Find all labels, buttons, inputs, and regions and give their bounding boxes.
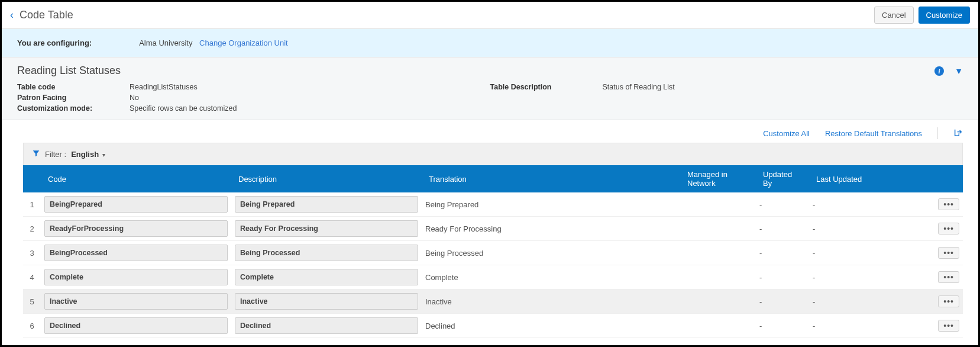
col-translation[interactable]: Translation: [422, 165, 680, 192]
description-input[interactable]: [235, 317, 418, 334]
col-code[interactable]: Code: [41, 165, 231, 192]
translation-cell: Ready For Processing: [422, 217, 680, 241]
translation-cell: Declined: [422, 314, 680, 338]
customize-all-link[interactable]: Customize All: [763, 129, 810, 138]
meta-table-code-label: Table code: [17, 83, 130, 91]
code-table: Code Description Translation Managed in …: [23, 165, 963, 338]
table-row: 5Inactive--•••: [23, 290, 963, 314]
code-input[interactable]: [44, 269, 228, 285]
config-org-wrap: Alma University Change Organization Unit: [139, 38, 288, 47]
meta-table-code-value: ReadingListStatuses: [130, 83, 490, 91]
row-number: 3: [23, 241, 41, 265]
meta-patron-facing-label: Patron Facing: [17, 94, 130, 102]
row-more-button[interactable]: •••: [938, 271, 959, 283]
filter-row: Filter : English ▾: [23, 143, 963, 165]
customize-button[interactable]: Customize: [918, 7, 970, 24]
meta-customization-mode-label: Customization mode:: [17, 104, 130, 113]
back-chevron-icon[interactable]: ‹: [10, 9, 14, 21]
translation-cell: Inactive: [422, 290, 680, 314]
config-banner: You are configuring: Alma University Cha…: [2, 29, 978, 57]
col-description[interactable]: Description: [231, 165, 422, 192]
row-more-button[interactable]: •••: [938, 295, 959, 307]
updated-by-cell: -: [756, 217, 809, 241]
row-number: 4: [23, 265, 41, 290]
description-cell: [231, 241, 422, 265]
filter-label: Filter :: [45, 150, 66, 159]
managed-cell: [680, 290, 756, 314]
row-more-button[interactable]: •••: [938, 223, 959, 234]
section-icons: i ▼: [934, 66, 963, 76]
row-actions-cell: •••: [921, 265, 963, 290]
info-icon[interactable]: i: [934, 66, 944, 76]
updated-by-cell: -: [756, 314, 809, 338]
config-org-value: Alma University: [139, 38, 192, 47]
filter-value: English: [71, 150, 99, 159]
managed-cell: [680, 217, 756, 241]
section-title: Reading List Statuses: [17, 65, 121, 77]
row-actions-cell: •••: [921, 314, 963, 338]
filter-icon[interactable]: [32, 149, 40, 159]
description-input[interactable]: [235, 196, 418, 213]
code-cell: [41, 241, 231, 265]
code-cell: [41, 314, 231, 338]
row-more-button[interactable]: •••: [938, 247, 959, 259]
header-left: ‹ Code Table: [10, 9, 73, 21]
code-cell: [41, 217, 231, 241]
translation-cell: Being Processed: [422, 241, 680, 265]
last-updated-cell: -: [809, 192, 921, 217]
table-row: 4Complete--•••: [23, 265, 963, 290]
description-cell: [231, 314, 422, 338]
col-updated-by[interactable]: Updated By: [756, 165, 809, 192]
restore-defaults-link[interactable]: Restore Default Translations: [825, 129, 922, 138]
description-input[interactable]: [235, 245, 418, 261]
config-label: You are configuring:: [17, 38, 92, 47]
actions-divider: [937, 127, 938, 139]
row-actions-cell: •••: [921, 192, 963, 217]
cancel-button[interactable]: Cancel: [874, 7, 913, 24]
code-input[interactable]: [44, 245, 228, 261]
filter-dropdown[interactable]: English ▾: [71, 150, 105, 159]
code-cell: [41, 265, 231, 290]
code-input[interactable]: [44, 317, 228, 334]
code-input[interactable]: [44, 293, 228, 310]
row-number: 5: [23, 290, 41, 314]
meta-grid: Table code ReadingListStatuses Patron Fa…: [17, 83, 963, 113]
row-actions-cell: •••: [921, 290, 963, 314]
code-input[interactable]: [44, 220, 228, 237]
last-updated-cell: -: [809, 290, 921, 314]
last-updated-cell: -: [809, 314, 921, 338]
meta-col-left: Table code ReadingListStatuses Patron Fa…: [17, 83, 490, 113]
meta-patron-facing-value: No: [130, 94, 490, 102]
last-updated-cell: -: [809, 265, 921, 290]
col-managed[interactable]: Managed in Network: [680, 165, 756, 192]
updated-by-cell: -: [756, 241, 809, 265]
managed-cell: [680, 265, 756, 290]
col-actions: [921, 165, 963, 192]
updated-by-cell: -: [756, 192, 809, 217]
managed-cell: [680, 314, 756, 338]
collapse-chevron-icon[interactable]: ▼: [955, 66, 963, 76]
description-cell: [231, 217, 422, 241]
translation-cell: Complete: [422, 265, 680, 290]
row-actions-cell: •••: [921, 241, 963, 265]
col-number: [23, 165, 41, 192]
col-last-updated[interactable]: Last Updated: [809, 165, 921, 192]
change-org-link[interactable]: Change Organization Unit: [199, 38, 288, 47]
meta-col-right: Table Description Status of Reading List: [490, 83, 963, 113]
meta-table-desc-label: Table Description: [490, 83, 603, 113]
code-input[interactable]: [44, 196, 228, 213]
updated-by-cell: -: [756, 265, 809, 290]
row-number: 2: [23, 217, 41, 241]
description-input[interactable]: [235, 293, 418, 310]
table-wrap: Filter : English ▾ Code Description Tran…: [2, 143, 978, 338]
row-more-button[interactable]: •••: [938, 198, 959, 210]
translation-cell: Being Prepared: [422, 192, 680, 217]
description-input[interactable]: [235, 269, 418, 285]
export-icon[interactable]: [953, 128, 963, 139]
header-bar: ‹ Code Table Cancel Customize: [2, 2, 978, 29]
code-cell: [41, 192, 231, 217]
row-number: 1: [23, 192, 41, 217]
row-more-button[interactable]: •••: [938, 320, 959, 332]
description-input[interactable]: [235, 220, 418, 237]
table-actions-row: Customize All Restore Default Translatio…: [2, 120, 978, 143]
